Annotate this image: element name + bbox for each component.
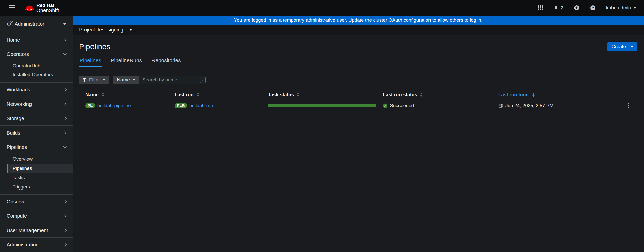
sidebar-item-networking[interactable]: Networking	[0, 97, 73, 111]
sidebar-item-builds[interactable]: Builds	[0, 126, 73, 140]
user-name: kube:admin	[606, 5, 631, 11]
column-header-name[interactable]: Name	[79, 92, 168, 98]
column-header-task-status[interactable]: Task status	[261, 92, 376, 98]
sidebar-item-label: Builds	[7, 130, 20, 136]
search-input[interactable]	[139, 76, 207, 84]
chevron-right-icon	[63, 102, 67, 106]
chevron-down-icon	[633, 7, 636, 9]
chevron-down-icon	[63, 52, 67, 55]
sidebar-item-workloads[interactable]: Workloads	[0, 83, 73, 97]
cluster-oauth-configuration-link[interactable]: cluster OAuth configuration	[373, 17, 431, 23]
sidebar-item-home[interactable]: Home	[0, 33, 73, 47]
sidebar-item-storage[interactable]: Storage	[0, 111, 73, 125]
project-selector[interactable]: Project: test-signing	[73, 25, 644, 35]
horizontal-tabs: Pipelines PipelineRuns Repositories	[79, 57, 637, 67]
chevron-down-icon	[63, 145, 67, 148]
chevron-down-icon	[129, 29, 132, 31]
user-menu[interactable]: kube:admin	[606, 5, 636, 11]
sidebar-item-label: Workloads	[7, 87, 30, 93]
column-header-last-run[interactable]: Last run	[168, 92, 261, 98]
sidebar-subitem-label: Installed Operators	[13, 72, 53, 77]
tab-pipelines[interactable]: Pipelines	[79, 57, 102, 67]
pipelinerun-badge: PLR	[175, 103, 187, 108]
create-button[interactable]: Create	[607, 42, 637, 51]
sidebar-item-observe[interactable]: Observe	[0, 195, 73, 209]
chevron-right-icon	[63, 243, 67, 246]
sidebar-item-administration[interactable]: Administration	[0, 238, 73, 252]
project-selector-label: Project: test-signing	[79, 27, 124, 33]
sidebar-subitem-label: Overview	[13, 156, 33, 162]
sort-both-icon	[297, 93, 299, 97]
attribute-dropdown-label: Name	[117, 77, 130, 83]
add-button[interactable]	[574, 5, 579, 11]
column-header-last-run-status[interactable]: Last run status	[376, 92, 492, 98]
sidebar-nav: ⚙⚙ Administrator Home Operators Operator…	[0, 16, 73, 252]
tab-repositories[interactable]: Repositories	[151, 57, 181, 67]
cell-last-run: PLR buildah-run	[168, 103, 261, 108]
notifications-button[interactable]: 2	[554, 5, 563, 11]
sidebar-item-compute[interactable]: Compute	[0, 209, 73, 223]
brand-line2: OpenShift	[36, 8, 59, 13]
sidebar-item-pipelines-overview[interactable]: Overview	[7, 154, 73, 164]
pipelinerun-link[interactable]: buildah-run	[189, 103, 213, 108]
column-header-label: Task status	[268, 92, 294, 98]
plus-circle-icon	[574, 5, 579, 11]
task-status-progress-bar	[268, 104, 376, 107]
filter-funnel-icon	[82, 78, 86, 82]
brand-line1: Red Hat	[36, 3, 59, 8]
chevron-right-icon	[63, 214, 67, 218]
sidebar-item-label: Pipelines	[7, 144, 27, 150]
sidebar-item-operatorhub[interactable]: OperatorHub	[7, 61, 73, 70]
tab-pipelineruns[interactable]: PipelineRuns	[110, 57, 142, 67]
chevron-right-icon	[63, 229, 67, 232]
chevron-right-icon	[63, 200, 67, 203]
cogs-icon: ⚙⚙	[7, 22, 11, 27]
cell-name: PL buildah-pipeline	[79, 103, 168, 108]
pipeline-badge: PL	[85, 103, 95, 108]
table-row: PL buildah-pipeline PLR buildah-run	[79, 100, 638, 111]
chevron-down-icon	[63, 23, 66, 25]
filter-dropdown[interactable]: Filter	[79, 76, 109, 84]
banner-text: to allow others to log in.	[431, 17, 482, 23]
sidebar-item-label: Storage	[7, 116, 24, 121]
sidebar-item-label: Operators	[7, 51, 29, 57]
perspective-switcher[interactable]: ⚙⚙ Administrator	[0, 16, 73, 33]
kebab-menu-icon[interactable]	[623, 101, 633, 110]
help-button[interactable]: ?	[590, 5, 596, 11]
bell-icon	[554, 5, 559, 11]
chevron-right-icon	[63, 38, 67, 42]
page-title: Pipelines	[79, 42, 110, 51]
sidebar-item-label: User Management	[7, 228, 48, 233]
brand-logo: Red Hat OpenShift	[25, 3, 59, 13]
sidebar-item-operators[interactable]: Operators	[0, 47, 73, 61]
temporary-admin-banner: You are logged in as a temporary adminis…	[73, 16, 644, 25]
chevron-down-icon	[103, 79, 105, 81]
attribute-dropdown[interactable]: Name	[113, 76, 139, 84]
sort-both-icon	[420, 93, 423, 97]
sidebar-item-label: Compute	[7, 213, 27, 219]
nav-toggle-hamburger-icon[interactable]	[9, 5, 15, 10]
column-header-last-run-time[interactable]: Last run time ↓	[492, 92, 614, 98]
sidebar-item-tasks[interactable]: Tasks	[7, 173, 73, 182]
sidebar-item-pipelines[interactable]: Pipelines	[7, 164, 73, 173]
banner-text: You are logged in as a temporary adminis…	[234, 17, 373, 23]
column-header-label: Last run	[175, 92, 194, 98]
app-launcher-icon[interactable]	[538, 5, 543, 10]
cell-task-status	[261, 104, 376, 107]
red-hat-fedora-icon	[25, 5, 34, 11]
chevron-right-icon	[63, 88, 67, 91]
status-text: Succeeded	[390, 103, 414, 108]
sidebar-item-installed-operators[interactable]: Installed Operators	[7, 70, 73, 79]
pipeline-link[interactable]: buildah-pipeline	[97, 103, 131, 108]
sidebar-item-triggers[interactable]: Triggers	[7, 182, 73, 192]
sidebar-subitem-label: Pipelines	[13, 166, 32, 171]
sidebar-subitem-label: Tasks	[13, 175, 25, 180]
sidebar-item-pipelines-group[interactable]: Pipelines	[0, 140, 73, 154]
perspective-label: Administrator	[15, 21, 44, 27]
success-check-icon	[383, 103, 388, 108]
sidebar-item-user-management[interactable]: User Management	[0, 223, 73, 237]
timestamp-text: Jun 24, 2025, 2:57 PM	[505, 103, 554, 108]
chevron-down-icon	[630, 46, 633, 48]
sort-descending-icon: ↓	[531, 92, 536, 97]
cell-last-run-time: Jun 24, 2025, 2:57 PM	[492, 103, 614, 108]
